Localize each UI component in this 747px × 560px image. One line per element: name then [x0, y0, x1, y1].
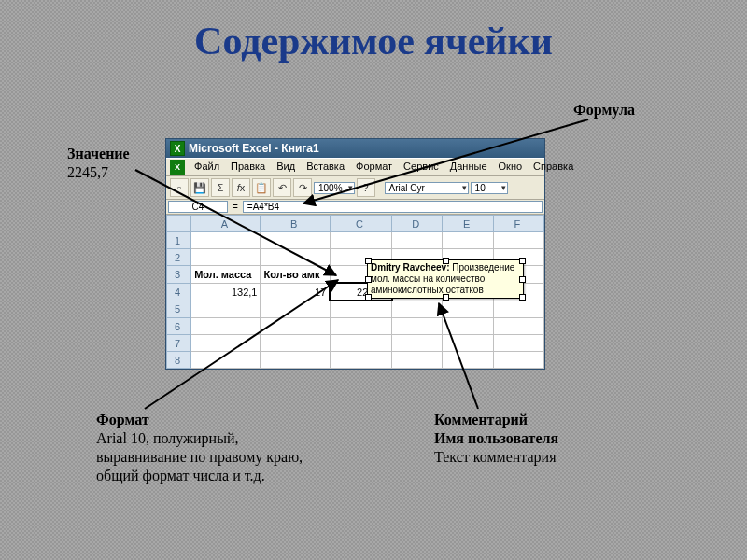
cell-A6[interactable]: [191, 318, 261, 335]
cell-F6[interactable]: [493, 318, 543, 335]
label-value: Значение 2245,7: [67, 145, 130, 182]
font-select[interactable]: Arial Cyr: [385, 182, 469, 194]
cell-A1[interactable]: [191, 232, 261, 249]
comment-handle: [443, 294, 449, 301]
row-header-6[interactable]: 6: [167, 318, 191, 335]
cell-A8[interactable]: [191, 352, 261, 369]
spreadsheet-grid: A B C D E F 1 2 3Мол. массаКол-во амк 41…: [166, 215, 544, 369]
cell-B5[interactable]: [261, 301, 330, 318]
cell-A5[interactable]: [191, 301, 261, 318]
menu-edit[interactable]: Правка: [226, 160, 270, 175]
row-header-5[interactable]: 5: [167, 301, 191, 318]
cell-F8[interactable]: [493, 352, 543, 369]
name-box[interactable]: C4: [168, 201, 228, 213]
col-header-F[interactable]: F: [493, 216, 543, 232]
menu-file[interactable]: Файл: [190, 160, 224, 175]
label-value-text: 2245,7: [67, 163, 130, 182]
cell-B8[interactable]: [261, 352, 330, 369]
cell-B1[interactable]: [261, 232, 330, 249]
label-comment-line1: Имя пользователя: [434, 429, 558, 448]
paste-icon[interactable]: 📋: [252, 178, 271, 197]
cell-F5[interactable]: [493, 301, 543, 318]
cell-E7[interactable]: [443, 335, 493, 352]
row-header-8[interactable]: 8: [167, 352, 191, 369]
cell-D1[interactable]: [392, 232, 443, 249]
row-header-4[interactable]: 4: [167, 283, 191, 301]
row-header-7[interactable]: 7: [167, 335, 191, 352]
menu-window[interactable]: Окно: [494, 160, 528, 175]
equals-label: =: [230, 202, 241, 212]
comment-handle: [519, 258, 526, 264]
excel-doc-icon: X: [170, 160, 185, 175]
menu-format[interactable]: Формат: [351, 160, 397, 175]
save-icon[interactable]: 💾: [190, 178, 209, 197]
label-format-title: Формат: [96, 411, 339, 429]
cell-D5[interactable]: [392, 301, 443, 318]
cell-E5[interactable]: [443, 301, 493, 318]
menubar: X Файл Правка Вид Вставка Формат Сервис …: [166, 158, 544, 176]
comment-handle: [365, 276, 372, 283]
cell-D6[interactable]: [392, 318, 443, 335]
menu-tools[interactable]: Сервис: [399, 160, 444, 175]
cell-E8[interactable]: [443, 352, 493, 369]
new-icon[interactable]: ▫: [170, 178, 189, 197]
cell-A7[interactable]: [191, 335, 261, 352]
help-icon[interactable]: ?: [357, 178, 375, 197]
excel-window: X Microsoft Excel - Книга1 X Файл Правка…: [165, 138, 545, 370]
comment-handle: [519, 294, 526, 301]
slide-title: Содержимое ячейки: [0, 19, 747, 63]
col-header-C[interactable]: C: [330, 216, 391, 232]
col-header-E[interactable]: E: [443, 216, 493, 232]
menu-view[interactable]: Вид: [272, 160, 300, 175]
cell-C8[interactable]: [330, 352, 391, 369]
cell-B6[interactable]: [261, 318, 330, 335]
cell-E1[interactable]: [443, 232, 493, 249]
cell-B3[interactable]: Кол-во амк: [261, 266, 330, 284]
cell-F7[interactable]: [493, 335, 543, 352]
fx-icon[interactable]: fx: [232, 178, 250, 197]
titlebar: X Microsoft Excel - Книга1: [166, 139, 544, 158]
menu-data[interactable]: Данные: [445, 160, 492, 175]
redo-icon[interactable]: ↷: [293, 178, 312, 197]
cell-C1[interactable]: [330, 232, 391, 249]
comment-handle: [443, 258, 449, 264]
select-all-corner[interactable]: [167, 216, 191, 232]
cell-B2[interactable]: [261, 249, 330, 266]
window-title: Microsoft Excel - Книга1: [189, 142, 319, 155]
col-header-A[interactable]: A: [191, 216, 261, 232]
undo-icon[interactable]: ↶: [273, 178, 291, 197]
fontsize-select[interactable]: 10: [471, 182, 508, 194]
cell-comment-tooltip: Dmitry Ravcheev: Произведение мол. массы…: [367, 259, 524, 299]
row-header-2[interactable]: 2: [167, 249, 191, 266]
comment-handle: [519, 276, 526, 283]
label-format: Формат Arial 10, полужирный, выравнивани…: [96, 411, 339, 485]
cell-C6[interactable]: [330, 318, 391, 335]
label-comment: Комментарий Имя пользователя Текст комме…: [434, 411, 558, 467]
cell-A4[interactable]: 132,1: [191, 283, 261, 301]
menu-insert[interactable]: Вставка: [302, 160, 349, 175]
cell-B4[interactable]: 17: [261, 283, 330, 301]
toolbar: ▫ 💾 Σ fx 📋 ↶ ↷ 100% ? Arial Cyr 10: [166, 176, 544, 200]
cell-D8[interactable]: [392, 352, 443, 369]
cell-F1[interactable]: [493, 232, 543, 249]
formula-input[interactable]: =A4*B4: [243, 201, 543, 213]
cell-A3[interactable]: Мол. масса: [191, 266, 261, 284]
cell-B7[interactable]: [261, 335, 330, 352]
cell-C5[interactable]: [330, 301, 391, 318]
label-formula-text: Формула: [573, 102, 635, 118]
label-comment-title: Комментарий: [434, 411, 558, 429]
cell-E6[interactable]: [443, 318, 493, 335]
cell-A2[interactable]: [191, 249, 261, 266]
comment-handle: [365, 294, 372, 301]
col-header-D[interactable]: D: [392, 216, 443, 232]
row-header-3[interactable]: 3: [167, 266, 191, 284]
menu-help[interactable]: Справка: [529, 160, 578, 175]
sum-icon[interactable]: Σ: [211, 178, 230, 197]
label-value-title: Значение: [67, 145, 130, 163]
zoom-select[interactable]: 100%: [314, 182, 355, 194]
col-header-B[interactable]: B: [261, 216, 330, 232]
formula-bar: C4 = =A4*B4: [166, 200, 544, 215]
cell-C7[interactable]: [330, 335, 391, 352]
cell-D7[interactable]: [392, 335, 443, 352]
row-header-1[interactable]: 1: [167, 232, 191, 249]
